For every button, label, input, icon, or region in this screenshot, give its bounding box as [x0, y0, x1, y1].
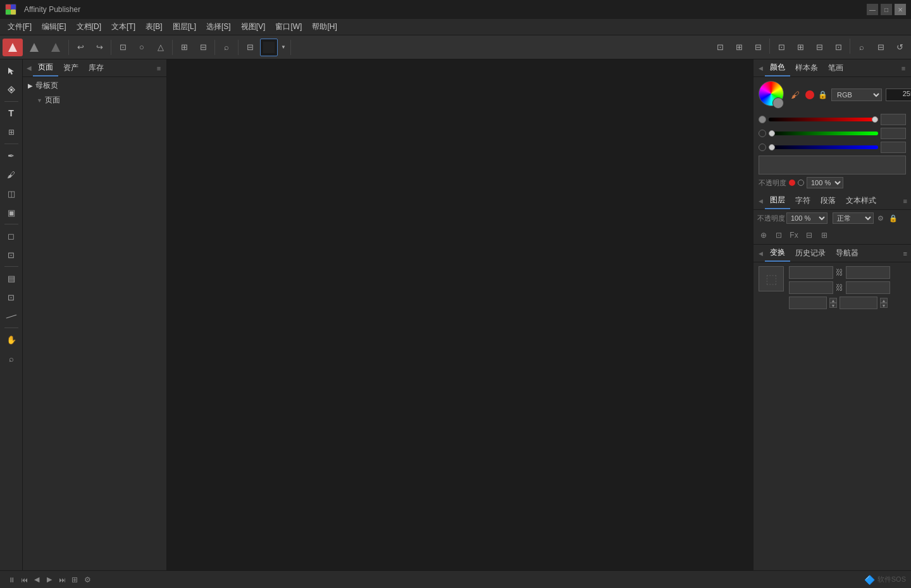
tab-stroke[interactable]: 笔画 [823, 60, 848, 76]
color-indicator-red[interactable] [805, 90, 814, 99]
tab-history[interactable]: 历史记录 [790, 245, 831, 261]
tab-library[interactable]: 库存 [84, 60, 109, 76]
page-layout[interactable]: ⊞ [131, 96, 140, 105]
transform-link-w[interactable]: ⛓ [836, 283, 843, 292]
persona-affinity[interactable] [24, 39, 44, 56]
toolbar-more2[interactable]: ⊟ [872, 39, 889, 56]
page-settings[interactable]: ⚙ [81, 573, 94, 586]
transform-y[interactable]: 0 px [846, 266, 890, 279]
tool-knife[interactable]: ╱ [0, 303, 23, 329]
page-pause[interactable]: ⏸ [5, 573, 18, 586]
page-next[interactable]: ▶ [43, 573, 56, 586]
transform-collapse[interactable]: ◀ [756, 249, 765, 258]
tool-grid[interactable]: ⊞ [3, 123, 20, 141]
layer-icon-adjustment[interactable]: ⊞ [818, 229, 831, 242]
page-delete[interactable]: ✕ [152, 96, 161, 105]
slider-r-value[interactable]: 0 [881, 114, 906, 125]
page-copy[interactable]: ⊟ [142, 96, 151, 105]
toolbar-shape[interactable]: △ [152, 39, 170, 56]
page-item[interactable]: ▼ 页面 ① ⊞ ⊟ ✕ [24, 93, 165, 107]
transform-angle1[interactable]: 0° [789, 297, 827, 309]
angle1-up[interactable]: ▲ [829, 298, 837, 303]
menu-layer[interactable]: 图层[L] [168, 20, 201, 34]
toolbar-snapping4[interactable]: ⊡ [829, 39, 847, 56]
page-numbering[interactable]: ① [120, 96, 129, 105]
panel-action-more[interactable]: ≡ [154, 63, 164, 73]
toolbar-redo[interactable]: ↪ [90, 39, 108, 56]
brush-icon[interactable]: 🖌 [789, 89, 802, 101]
close-btn[interactable]: ✕ [895, 4, 906, 15]
tab-character[interactable]: 字符 [790, 193, 815, 209]
page-prev-prev[interactable]: ⏮ [18, 573, 30, 586]
angle1-down[interactable]: ▼ [829, 303, 837, 308]
menu-select[interactable]: 选择[S] [201, 20, 236, 34]
menu-window[interactable]: 窗口[W] [270, 20, 307, 34]
layers-settings-icon[interactable]: ⚙ [876, 213, 885, 224]
toolbar-place[interactable]: ⊞ [175, 39, 193, 56]
page-prev[interactable]: ◀ [30, 573, 43, 586]
minimize-btn[interactable]: — [867, 4, 878, 15]
tool-select[interactable] [3, 62, 20, 80]
tool-swatch[interactable]: ▤ [3, 269, 20, 287]
tool-brush[interactable]: 🖌 [3, 166, 20, 183]
color-panel-menu[interactable]: ≡ [898, 63, 908, 73]
tab-layers[interactable]: 图层 [765, 192, 790, 209]
master-pages-delete[interactable]: ✕ [152, 82, 161, 90]
tab-assets[interactable]: 资产 [58, 60, 84, 76]
slider-b-value[interactable]: 0 [881, 142, 906, 153]
menu-edit[interactable]: 编辑[E] [37, 20, 71, 34]
master-pages-layout[interactable]: ⊟ [142, 82, 151, 90]
toolbar-align[interactable]: ⊟ [241, 39, 259, 56]
toolbar-snapping3[interactable]: ⊟ [810, 39, 828, 56]
slider-g[interactable] [769, 132, 878, 135]
transform-h[interactable]: 0 px [846, 281, 890, 294]
slider-r[interactable] [769, 118, 878, 121]
canvas-area[interactable] [167, 59, 753, 570]
toolbar-zoom[interactable]: ⌕ [218, 39, 235, 56]
page-next-next[interactable]: ⏭ [56, 573, 68, 586]
toolbar-more3[interactable]: ↺ [891, 39, 908, 56]
opacity-dropdown[interactable]: 100 % [807, 177, 843, 188]
slider-b[interactable] [769, 145, 878, 149]
toolbar-new-frame[interactable]: ⊡ [114, 39, 132, 56]
color-wheel-container[interactable] [759, 81, 784, 109]
toolbar-snapping2[interactable]: ⊞ [791, 39, 809, 56]
toolbar-color-dropdown[interactable]: ▼ [279, 39, 288, 56]
fx-opacity-radio[interactable] [798, 180, 804, 186]
tool-crop[interactable]: ⊡ [3, 246, 20, 264]
tab-transform[interactable]: 变换 [765, 245, 790, 262]
toolbar-view1[interactable]: ⊡ [711, 39, 729, 56]
menu-text[interactable]: 文本[T] [106, 20, 140, 34]
toolbar-more1[interactable]: ⌕ [853, 39, 871, 56]
transform-x[interactable]: 0 px [789, 266, 833, 279]
layer-icon-group[interactable]: ⊕ [757, 229, 770, 242]
menu-help[interactable]: 帮助[H] [307, 20, 342, 34]
color-mode-dropdown[interactable]: RGB [831, 89, 882, 101]
tool-node[interactable] [3, 81, 20, 99]
left-panel-collapse[interactable]: ◀ [25, 64, 33, 71]
transform-tab-menu[interactable]: ≡ [902, 248, 908, 259]
tab-textstyle[interactable]: 文本样式 [841, 193, 881, 209]
toolbar-undo[interactable]: ↩ [71, 39, 89, 56]
slider-g-value[interactable]: 0 [881, 128, 906, 139]
toolbar-view2[interactable]: ⊞ [730, 39, 748, 56]
persona-photo[interactable] [46, 39, 66, 56]
master-pages-item[interactable]: ▶ 母板页 ⊞ ⊟ ✕ [24, 78, 165, 93]
toolbar-place2[interactable]: ⊟ [194, 39, 212, 56]
tool-fill[interactable]: ▣ [3, 204, 20, 221]
tab-navigator[interactable]: 导航器 [831, 245, 864, 261]
layer-icon-mask[interactable]: ⊟ [803, 229, 815, 242]
color-radio-r[interactable] [759, 116, 766, 123]
tab-swatches[interactable]: 样本条 [790, 60, 823, 76]
angle2-up[interactable]: ▲ [880, 298, 888, 303]
maximize-btn[interactable]: □ [881, 4, 892, 15]
menu-view[interactable]: 视图[V] [236, 20, 271, 34]
layers-lock-icon[interactable]: 🔒 [888, 213, 899, 224]
tool-eraser[interactable]: ◫ [3, 185, 20, 202]
toolbar-snapping1[interactable]: ⊡ [772, 39, 790, 56]
color-radio-b[interactable] [759, 144, 766, 151]
color-collapse[interactable]: ◀ [756, 64, 765, 73]
toolbar-color-fill[interactable] [260, 39, 278, 56]
toolbar-view3[interactable]: ⊟ [749, 39, 767, 56]
menu-document[interactable]: 文档[D] [71, 20, 106, 34]
